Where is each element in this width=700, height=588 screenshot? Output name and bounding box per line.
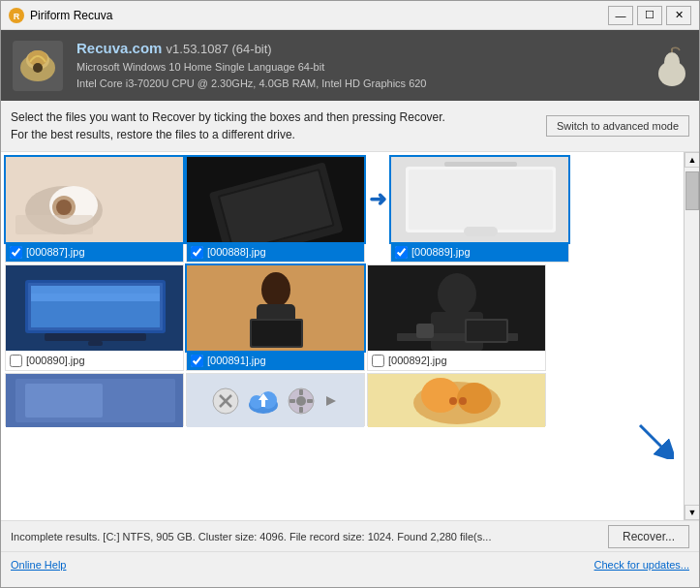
app-domain: .com [128, 40, 162, 56]
file-cell-000894 [186, 373, 365, 426]
thumbnail-000891 [187, 265, 364, 351]
thumbnail-000892 [368, 265, 545, 351]
thumbnail-000894 [187, 374, 364, 427]
checkbox-000892[interactable] [372, 355, 384, 367]
svg-rect-56 [261, 400, 265, 407]
title-bar: R Piriform Recuva — ☐ ✕ [1, 1, 699, 30]
svg-point-66 [421, 378, 460, 413]
app-name: Recuva [76, 40, 128, 56]
bottom-bar: Online Help Check for updates... [1, 551, 699, 576]
checkbox-000890[interactable] [10, 355, 22, 367]
svg-rect-45 [416, 324, 434, 338]
app-header: Recuva.com v1.53.1087 (64-bit) Microsoft… [1, 30, 699, 101]
svg-point-6 [33, 63, 43, 73]
os-info: Microsoft Windows 10 Home Single Languag… [76, 59, 643, 76]
scroll-thumb[interactable] [685, 171, 699, 210]
svg-point-69 [459, 397, 467, 405]
hw-info: Intel Core i3-7020U CPU @ 2.30GHz, 4.0GB… [76, 76, 643, 92]
file-label-000887: [000887].jpg [6, 242, 183, 262]
svg-point-68 [449, 397, 457, 405]
checkbox-000887[interactable] [10, 246, 22, 259]
app-version: v1.53.1087 (64-bit) [167, 42, 272, 56]
svg-point-14 [56, 200, 72, 215]
svg-marker-63 [326, 396, 336, 406]
filename-000892: [000892].jpg [388, 355, 447, 366]
instruction-text: Select the files you want to Recover by … [11, 108, 445, 143]
svg-point-8 [664, 52, 680, 72]
file-label-000891: [000891].jpg [187, 351, 364, 370]
title-bar-left: R Piriform Recuva [9, 8, 112, 23]
filename-000887: [000887].jpg [26, 246, 85, 258]
online-help-link[interactable]: Online Help [11, 559, 66, 571]
thumbnail-000887 [6, 157, 183, 242]
instruction-line2: For the best results, restore the files … [11, 126, 445, 143]
pear-logo [656, 45, 687, 87]
arrow-right-icon: ➜ [369, 187, 386, 212]
file-label-000890: [000890].jpg [6, 351, 183, 370]
close-button[interactable]: ✕ [666, 6, 691, 25]
scrollbar: ▲ ▼ [684, 152, 699, 520]
svg-point-58 [296, 396, 306, 406]
svg-text:R: R [14, 12, 20, 21]
maximize-button[interactable]: ☐ [637, 6, 662, 25]
checkbox-000889[interactable] [395, 246, 408, 259]
file-grid: [000887].jpg [000888].jpg [1, 152, 684, 520]
instruction-line1: Select the files you want to Recover by … [11, 108, 445, 126]
svg-rect-15 [15, 215, 93, 234]
svg-rect-30 [31, 294, 160, 301]
checkbox-000888[interactable] [191, 246, 203, 259]
file-label-000892: [000892].jpg [368, 351, 545, 370]
file-cell-000891: [000891].jpg [186, 264, 365, 371]
svg-rect-23 [444, 162, 517, 167]
file-cell-000895 [367, 373, 546, 426]
file-cell-000887: [000887].jpg [5, 156, 184, 263]
app-icon: R [9, 8, 24, 23]
svg-rect-29 [31, 286, 160, 294]
scroll-up-button[interactable]: ▲ [685, 152, 699, 168]
thumbnail-000890 [6, 265, 183, 351]
svg-point-40 [438, 273, 476, 316]
file-label-000888: [000888].jpg [187, 242, 364, 262]
file-cell-000892: [000892].jpg [367, 264, 546, 371]
svg-rect-61 [289, 399, 295, 403]
minimize-button[interactable]: — [608, 6, 633, 25]
svg-rect-22 [409, 170, 553, 230]
arrow-indicator: ➜ [367, 187, 388, 212]
settings-icon [288, 387, 315, 415]
file-label-000889: [000889].jpg [391, 242, 568, 262]
scroll-down-button[interactable]: ▼ [685, 505, 699, 520]
instruction-bar: Select the files you want to Recover by … [1, 101, 699, 152]
grid-row-2: [000890].jpg [5, 264, 680, 371]
file-cell-000890: [000890].jpg [5, 264, 184, 371]
file-cell-000889: [000889].jpg [390, 156, 569, 263]
svg-point-35 [261, 272, 290, 307]
svg-rect-60 [299, 407, 303, 413]
cloud-upload-icon [247, 387, 280, 415]
advanced-mode-button[interactable]: Switch to advanced mode [546, 115, 689, 137]
svg-rect-44 [467, 321, 506, 341]
grid-row-1: [000887].jpg [000888].jpg [5, 156, 680, 263]
header-info: Recuva.com v1.53.1087 (64-bit) Microsoft… [76, 40, 643, 91]
title-bar-controls: — ☐ ✕ [608, 6, 691, 25]
main-area: [000887].jpg [000888].jpg [1, 152, 699, 520]
svg-rect-62 [307, 399, 313, 403]
filename-000889: [000889].jpg [411, 246, 471, 258]
svg-rect-38 [252, 321, 301, 346]
x-icon [212, 387, 239, 415]
svg-rect-48 [25, 384, 103, 418]
filename-000890: [000890].jpg [26, 355, 85, 366]
check-updates-link[interactable]: Check for updates... [594, 559, 689, 571]
arrow-right-small-icon [322, 392, 340, 410]
thumbnail-000893 [6, 374, 183, 427]
svg-rect-31 [45, 333, 146, 341]
status-text: Incomplete results. [C:] NTFS, 905 GB. C… [11, 531, 491, 542]
recover-button[interactable]: Recover... [608, 525, 689, 548]
svg-rect-59 [299, 389, 303, 395]
title-bar-text: Piriform Recuva [30, 9, 112, 22]
thumbnail-000888 [187, 157, 364, 242]
checkbox-000891[interactable] [191, 355, 203, 367]
thumbnail-000889 [391, 157, 568, 242]
thumbnail-000895 [368, 374, 545, 427]
svg-rect-32 [88, 341, 103, 346]
app-title: Recuva.com v1.53.1087 (64-bit) [76, 40, 643, 56]
